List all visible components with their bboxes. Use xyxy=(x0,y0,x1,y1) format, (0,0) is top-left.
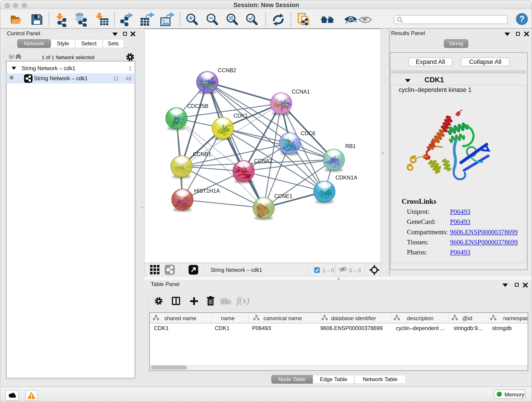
svg-text:CCNE1: CCNE1 xyxy=(274,193,293,199)
svg-text:CDKN1A: CDKN1A xyxy=(336,175,357,181)
svg-text:CCNB1: CCNB1 xyxy=(193,151,211,157)
svg-text:CCNA2: CCNA2 xyxy=(254,158,272,164)
svg-text:CDC25B: CDC25B xyxy=(187,103,209,109)
svg-text:CCNA1: CCNA1 xyxy=(292,89,310,95)
svg-text:CCNB2: CCNB2 xyxy=(218,67,236,73)
svg-text:CDC6: CDC6 xyxy=(301,130,315,136)
svg-text:HIST1H1A: HIST1H1A xyxy=(194,188,220,194)
svg-text:CDK1: CDK1 xyxy=(234,113,248,119)
svg-text:RB1: RB1 xyxy=(345,143,356,149)
